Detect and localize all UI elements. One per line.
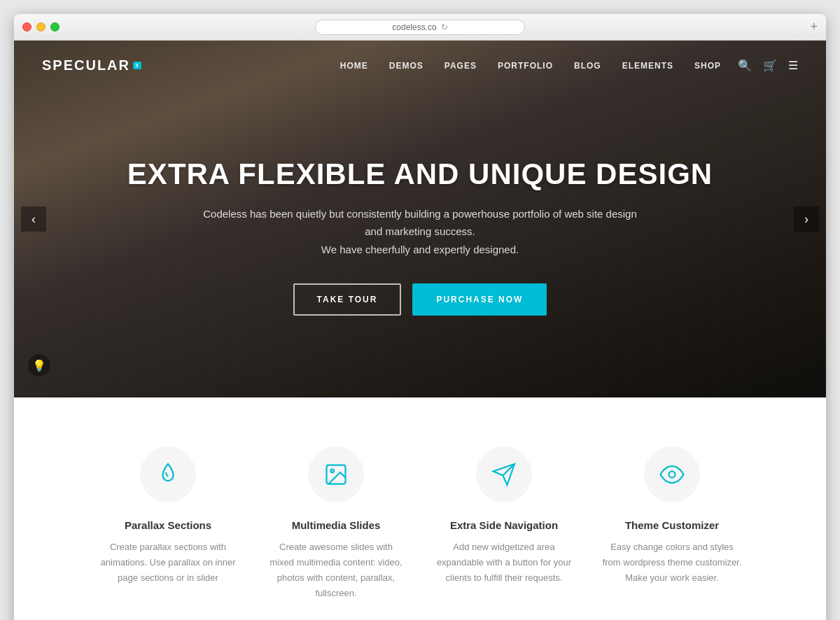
paper-plane-icon [491,462,517,487]
svg-point-2 [669,472,676,478]
menu-icon[interactable]: ☰ [788,59,798,72]
feature-parallax: Parallax Sections Create parallax sectio… [84,446,252,601]
address-bar[interactable]: codeless.co ↻ [315,20,525,35]
feature-navigation-title: Extra Side Navigation [450,519,558,531]
browser-titlebar: codeless.co ↻ + [14,14,826,41]
maximize-button[interactable] [50,22,59,31]
nav-icons: 🔍 🛒 ☰ [738,59,798,72]
customizer-icon-circle [644,446,700,502]
multimedia-icon-circle [308,446,364,502]
feature-navigation: Extra Side Navigation Add new widgetized… [420,446,588,601]
feature-parallax-title: Parallax Sections [125,519,211,531]
parallax-icon-circle [140,446,196,502]
slider-next-button[interactable]: › [794,206,819,232]
feature-customizer-desc: Easy change colors and styles from wordp… [602,540,742,586]
nav-item-portfolio[interactable]: PORTFOLIO [498,59,553,71]
nav-item-pages[interactable]: PAGES [444,59,477,71]
purchase-now-button[interactable]: PURCHASE NOW [412,283,547,316]
close-button[interactable] [22,22,31,31]
nav-item-elements[interactable]: ELEMENTS [622,59,673,71]
logo-badge: 3 [133,62,141,69]
eye-icon [659,462,685,487]
url-text: codeless.co [392,22,436,32]
hero-title: EXTRA FLEXIBLE AND UNIQUE DESIGN [127,157,713,191]
nav-item-home[interactable]: HOME [340,59,368,71]
feature-multimedia-desc: Create awesome slides with mixed multime… [266,540,406,601]
add-tab-button[interactable]: + [810,20,818,34]
lightbulb-icon[interactable]: 💡 [28,354,50,376]
feature-navigation-desc: Add new widgetized area expandable with … [434,540,574,586]
refresh-icon[interactable]: ↻ [441,22,448,32]
hero-subtitle: Codeless has been quietly but consistent… [196,205,644,259]
feature-customizer: Theme Customizer Easy change colors and … [588,446,756,601]
site-content: SPECULAR 3 HOME DEMOS PAGES PORTFOLIO BL… [14,41,826,620]
nav-menu: HOME DEMOS PAGES PORTFOLIO BLOG ELEMENTS… [340,59,721,71]
nav-item-shop[interactable]: SHOP [694,59,721,71]
browser-window: codeless.co ↻ + SPECULAR 3 HOME DEMOS PA… [14,14,826,620]
nav-item-demos[interactable]: DEMOS [389,59,424,71]
hero-content: EXTRA FLEXIBLE AND UNIQUE DESIGN Codeles… [14,76,826,397]
nav-item-blog[interactable]: BLOG [574,59,601,71]
hero-buttons: TAKE TOUR PURCHASE NOW [293,283,547,316]
feature-parallax-desc: Create parallax sections with animations… [98,540,238,586]
search-icon[interactable]: 🔍 [738,59,752,72]
image-icon [323,462,349,487]
slider-prev-button[interactable]: ‹ [21,206,46,232]
site-logo[interactable]: SPECULAR 3 [42,57,141,73]
feature-multimedia: Multimedia Slides Create awesome slides … [252,446,420,601]
navigation-icon-circle [476,446,532,502]
svg-point-1 [331,470,335,473]
main-nav: SPECULAR 3 HOME DEMOS PAGES PORTFOLIO BL… [14,41,826,90]
features-section: Parallax Sections Create parallax sectio… [14,397,826,620]
feature-multimedia-title: Multimedia Slides [292,519,381,531]
take-tour-button[interactable]: TAKE TOUR [293,283,402,316]
cart-icon[interactable]: 🛒 [763,59,777,72]
flame-icon [155,462,181,487]
minimize-button[interactable] [36,22,46,31]
hero-section: SPECULAR 3 HOME DEMOS PAGES PORTFOLIO BL… [14,41,826,397]
feature-customizer-title: Theme Customizer [625,519,719,531]
browser-traffic-lights [22,22,59,31]
